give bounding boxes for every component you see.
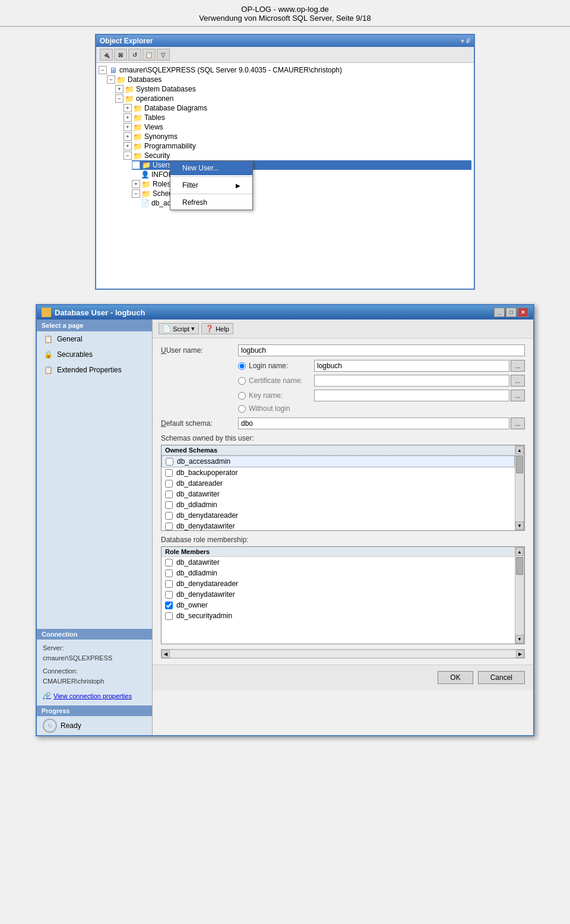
schema-check-backupoperator[interactable]: [165, 469, 173, 477]
cert-browse-button[interactable]: ...: [511, 375, 525, 387]
role-check-owner[interactable]: [165, 602, 173, 609]
schema-check-accessadmin[interactable]: [166, 458, 173, 466]
role-check-securityadmin[interactable]: [165, 612, 173, 620]
schema-browse-button[interactable]: ...: [511, 417, 525, 429]
tree-synonyms[interactable]: + 📁 Synonyms: [124, 132, 471, 141]
schema-item-backupoperator[interactable]: db_backupoperator: [162, 467, 515, 478]
role-item-denydatareader[interactable]: db_denydatareader: [162, 578, 515, 589]
schema-item-denydatareader[interactable]: db_denydatareader: [162, 510, 515, 521]
role-members-scrollbar[interactable]: ▲ ▼: [515, 547, 524, 644]
role-check-datawriter[interactable]: [165, 559, 173, 567]
folder-security-icon: 📁: [133, 151, 142, 160]
horizontal-scrollbar[interactable]: ◀ ▶: [161, 649, 525, 659]
script-button[interactable]: 📄 Script ▾: [159, 323, 199, 334]
schema-item-datawriter[interactable]: db_datawriter: [162, 489, 515, 499]
role-item-denydatawriter[interactable]: db_denydatawriter: [162, 589, 515, 600]
schema-check-datawriter[interactable]: [165, 491, 173, 498]
oe-btn-refresh[interactable]: ↺: [128, 49, 141, 61]
hscroll-right[interactable]: ▶: [516, 650, 524, 658]
tree-system-databases[interactable]: + 📁 System Databases: [115, 84, 471, 94]
default-schema-input[interactable]: [238, 417, 509, 429]
cert-name-input[interactable]: [314, 375, 509, 387]
expand-databases[interactable]: −: [107, 75, 115, 84]
right-toolbar: 📄 Script ▾ ❓ Help: [153, 319, 533, 338]
expand-operationen[interactable]: −: [115, 94, 124, 103]
expand-db-diagrams[interactable]: +: [124, 104, 132, 112]
connection-label: Connection: CMAURER\christoph: [43, 666, 146, 687]
cert-name-radio[interactable]: [238, 377, 246, 385]
expand-security[interactable]: −: [124, 151, 132, 160]
page-extended-properties[interactable]: 📋 Extended Properties: [37, 362, 152, 378]
schema-name-accessadmin: db_accessadmin: [177, 457, 230, 466]
expand-synonyms[interactable]: +: [124, 132, 132, 141]
hscroll-left[interactable]: ◀: [162, 650, 170, 658]
schema-item-denydatawriter[interactable]: db_denydatawriter: [162, 521, 515, 530]
login-browse-button[interactable]: ...: [511, 360, 525, 372]
expand-users[interactable]: −: [132, 161, 140, 169]
schema-item-accessadmin[interactable]: db_accessadmin: [162, 455, 515, 467]
maximize-button[interactable]: □: [506, 308, 517, 317]
key-browse-button[interactable]: ...: [511, 390, 525, 401]
role-scroll-down[interactable]: ▼: [515, 635, 524, 643]
schema-item-datareader[interactable]: db_datareader: [162, 478, 515, 489]
expand-system-db[interactable]: +: [115, 85, 124, 93]
role-name-denydatareader: db_denydatareader: [176, 580, 238, 588]
expand-views[interactable]: +: [124, 123, 132, 131]
tree-tables[interactable]: + 📁 Tables: [124, 113, 471, 122]
oe-btn-disconnect[interactable]: ⊠: [114, 49, 127, 61]
role-item-owner[interactable]: db_owner: [162, 600, 515, 610]
key-name-input[interactable]: [314, 390, 509, 401]
without-login-radio[interactable]: [238, 405, 246, 413]
username-input[interactable]: [238, 344, 525, 356]
roles-label: Roles: [153, 180, 171, 188]
view-connection-link[interactable]: 🔗 View connection properties: [37, 691, 152, 701]
ok-button[interactable]: OK: [438, 671, 473, 684]
schema-check-denydatawriter[interactable]: [165, 523, 173, 530]
tree-operationen[interactable]: − 📁 operationen: [115, 94, 471, 103]
role-scroll-up[interactable]: ▲: [515, 548, 524, 556]
schema-check-denydatareader[interactable]: [165, 512, 173, 520]
tree-security[interactable]: − 📁 Security: [124, 151, 471, 160]
schema-item-ddladmin[interactable]: db_ddladmin: [162, 499, 515, 510]
tree-databases[interactable]: − 📁 Databases: [107, 75, 471, 84]
schema-name-denydatawriter: db_denydatawriter: [176, 522, 235, 530]
scroll-thumb[interactable]: [516, 455, 523, 473]
oe-btn-filter[interactable]: ▽: [157, 49, 170, 61]
login-name-radio[interactable]: [238, 362, 246, 370]
role-scroll-thumb[interactable]: [516, 557, 523, 575]
expand-schemas[interactable]: −: [132, 189, 140, 198]
scroll-down-arrow[interactable]: ▼: [515, 521, 524, 530]
page-securables[interactable]: 🔒 Securables: [37, 347, 152, 362]
key-name-radio[interactable]: [238, 392, 246, 400]
role-item-securityadmin[interactable]: db_securityadmin: [162, 610, 515, 621]
role-item-ddladmin[interactable]: db_ddladmin: [162, 568, 515, 578]
oe-btn-properties[interactable]: 📋: [142, 49, 156, 61]
tree-db-diagrams[interactable]: + 📁 Database Diagrams: [124, 103, 471, 113]
role-check-denydatareader[interactable]: [165, 580, 173, 588]
scroll-up-arrow[interactable]: ▲: [515, 446, 524, 454]
expand-programmability[interactable]: +: [124, 142, 132, 150]
close-button[interactable]: ✕: [518, 308, 528, 317]
schema-check-datareader[interactable]: [165, 480, 173, 488]
minimize-button[interactable]: _: [494, 308, 505, 317]
expand-server[interactable]: −: [99, 66, 107, 74]
cancel-button[interactable]: Cancel: [478, 671, 525, 684]
context-filter[interactable]: Filter ▶: [170, 178, 252, 192]
tree-programmability[interactable]: + 📁 Programmability: [124, 141, 471, 151]
schema-name-datawriter: db_datawriter: [176, 490, 220, 498]
tree-server[interactable]: − 🖥 cmaurer\SQLEXPRESS (SQL Server 9.0.4…: [99, 65, 471, 75]
owned-schemas-scrollbar[interactable]: ▲ ▼: [515, 445, 524, 530]
expand-roles[interactable]: +: [132, 180, 140, 188]
schema-check-ddladmin[interactable]: [165, 501, 173, 509]
oe-btn-connect[interactable]: 🔌: [100, 49, 113, 61]
role-check-denydatawriter[interactable]: [165, 591, 173, 599]
role-check-ddladmin[interactable]: [165, 569, 173, 577]
context-new-user[interactable]: New User...: [170, 161, 252, 175]
tree-views[interactable]: + 📁 Views: [124, 122, 471, 132]
role-item-datawriter[interactable]: db_datawriter: [162, 557, 515, 568]
expand-tables[interactable]: +: [124, 113, 132, 122]
page-general[interactable]: 📋 General: [37, 331, 152, 347]
context-refresh[interactable]: Refresh: [170, 195, 252, 210]
help-button[interactable]: ❓ Help: [201, 323, 233, 334]
login-name-input[interactable]: [314, 360, 509, 372]
